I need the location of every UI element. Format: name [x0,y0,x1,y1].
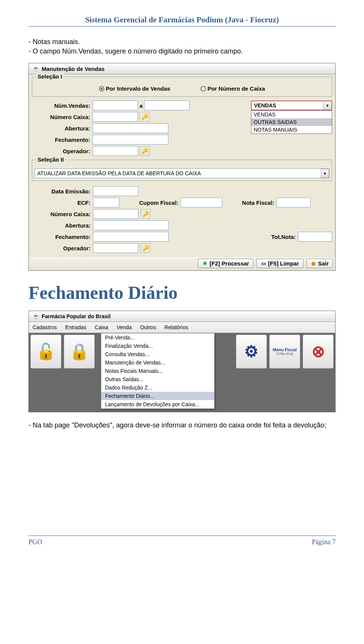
intro-line-1: - Notas manuais. [28,38,336,46]
legend-selecao-2: Seleção II [36,156,65,163]
menu-item-reducao-z[interactable]: Dados Redução Z... [101,383,214,392]
lock-icon: 🔒 [69,344,89,360]
input-numcaixa2[interactable] [93,209,138,219]
label-nota: Nota Fiscal: [242,199,274,206]
header-divider [28,26,336,27]
toolbar-button-lock2[interactable]: 🔒 [64,335,95,369]
input-dataemissao[interactable] [93,186,138,196]
input-numvendas-from[interactable] [93,101,138,110]
page-footer: PGO Página 7 [28,536,336,546]
menu-item-outras-saidas[interactable]: Outras Saídas... [101,375,214,383]
lock-open-icon: 🔓 [36,344,56,360]
fieldset-selecao-1: Seleção I Por Intervalo de Vendas Por Nú… [32,77,332,97]
input-ecf[interactable] [93,198,119,207]
label-operador: Operador: [32,148,93,154]
footer-left: PGO [28,538,42,546]
lookup-icon[interactable]: 🔑 [141,243,151,253]
input-operador[interactable] [93,146,138,156]
input-numvendas-to[interactable] [144,101,190,110]
toolbar-button-gears[interactable]: ⚙ [236,335,267,369]
combo-selecao2[interactable]: ATUALIZAR DATA EMISSÃO PELA DATA DE ABER… [35,168,329,178]
venda-dropdown: Pré-Venda... Finalização Venda... Consul… [101,333,215,409]
input-operador2[interactable] [93,243,138,253]
menu-fiscal-shortcut: CTRL+F12 [276,352,293,356]
label-totnota: Tot.Nota: [271,234,296,240]
combo-list: VENDAS OUTRAS SAIDAS NOTAS MANUAIS [251,110,332,134]
toolbar: 🔓 🔒 Pré-Venda... Finalização Venda... Co… [29,333,335,370]
chevron-down-icon: ▼ [323,101,331,110]
lookup-icon[interactable]: 🔑 [141,209,151,219]
lookup-icon[interactable]: 🔑 [140,112,149,122]
combo-option[interactable]: OUTRAS SAIDAS [251,118,332,126]
combo-value: VENDAS [252,101,323,110]
limpar-label: [F5] Limpar [268,260,299,267]
fieldset-selecao-2: Seleção II ATUALIZAR DATA EMISSÃO PELA D… [32,160,332,181]
java-icon: ☕ [32,313,39,320]
label-numvendas: Núm.Vendas: [32,102,93,109]
input-numcaixa[interactable] [93,112,138,122]
menu-outros[interactable]: Outros [138,324,157,331]
label-cupom: Cupom Fiscal: [139,199,178,206]
label-a: a [140,102,143,109]
outro-text: - Na tab page "Devoluções", agora deve-s… [28,421,336,429]
sair-button[interactable]: ◉ Sair [306,259,333,268]
clear-icon: ▭ [260,261,267,267]
toolbar-button-close[interactable]: ⊗ [303,335,334,369]
menu-venda[interactable]: Venda [115,324,133,331]
menu-cadastros[interactable]: Cadastros [31,324,58,331]
page-header-title: Sistema Gerencial de Farmácias Podium (J… [28,15,336,25]
screenshot-manutencao-vendas: ☕ Manutenção de Vendas Seleção I Por Int… [28,63,336,271]
combo-option[interactable]: VENDAS [251,111,332,118]
menubar: Cadastros Entradas Caixa Venda Outros Re… [29,322,335,333]
close-icon: ⊗ [312,344,325,360]
exit-icon: ◉ [311,261,317,267]
menu-fiscal-label: Menu Fiscal [273,347,297,352]
processar-button[interactable]: ✱ [F2] Processar [198,259,253,268]
footer-right: Página 7 [312,538,336,546]
radio-label-numcaixa: Por Número de Caixa [207,85,265,92]
menu-caixa[interactable]: Caixa [93,324,110,331]
processar-label: [F2] Processar [210,260,249,267]
label-abertura: Abertura: [32,125,93,132]
radio-intervalo-vendas[interactable]: Por Intervalo de Vendas [99,85,170,92]
input-totnota[interactable] [298,232,332,242]
menu-entradas[interactable]: Entradas [64,324,88,331]
label-dataemissao: Data Emissão: [32,188,91,195]
legend-selecao-1: Seleção I [36,73,64,80]
screenshot-farmacia-popular: ☕ Farmácia Popular do Brasil Cadastros E… [28,311,336,412]
window-titlebar: ☕ Manutenção de Vendas [29,63,335,74]
toolbar-button-menu-fiscal[interactable]: Menu Fiscal CTRL+F12 [269,335,300,369]
input-fechamento[interactable] [93,135,168,145]
menu-item-finalizacao[interactable]: Finalização Venda... [101,342,214,350]
chevron-down-icon: ▼ [321,169,329,178]
limpar-button[interactable]: ▭ [F5] Limpar [256,259,303,268]
window-title-2: Farmácia Popular do Brasil [42,313,110,319]
menu-item-fechamento-diario[interactable]: Fechamento Diário... [101,392,214,400]
menu-item-manutencao[interactable]: Manutenção de Vendas... [101,358,214,367]
menu-item-notas-fiscais[interactable]: Notas Fiscais Manuais... [101,367,214,375]
toolbar-button-lock1[interactable]: 🔓 [30,335,61,369]
combo-option[interactable]: NOTAS MANUAIS [251,126,332,134]
menu-item-consulta[interactable]: Consulta Vendas... [101,350,214,358]
window-titlebar-2: ☕ Farmácia Popular do Brasil [29,311,335,322]
input-abertura2[interactable] [93,220,169,230]
sair-label: Sair [318,260,329,267]
menu-item-devolucoes[interactable]: Lançamento de Devoluções por Caixa... [101,400,214,408]
window-title: Manutenção de Vendas [42,66,105,72]
process-icon: ✱ [202,261,208,267]
java-icon: ☕ [32,65,39,72]
radio-numero-caixa[interactable]: Por Número de Caixa [201,85,265,92]
input-fechamento2[interactable] [93,232,169,242]
menu-item-pre-venda[interactable]: Pré-Venda... [101,333,214,342]
combo-selecao2-value: ATUALIZAR DATA EMISSÃO PELA DATA DE ABER… [35,169,321,178]
combo-tipo-venda[interactable]: VENDAS ▼ VENDAS OUTRAS SAIDAS NOTAS MANU… [251,101,332,134]
gears-icon: ⚙ [244,344,259,360]
input-nota[interactable] [276,198,311,207]
input-cupom[interactable] [180,198,222,207]
menu-relatorios[interactable]: Relatórios [163,324,190,331]
label-operador2: Operador: [32,245,91,251]
input-abertura[interactable] [93,123,168,133]
label-ecf: ECF: [32,199,91,206]
label-abertura2: Abertura: [32,222,91,229]
lookup-icon[interactable]: 🔑 [140,146,149,156]
